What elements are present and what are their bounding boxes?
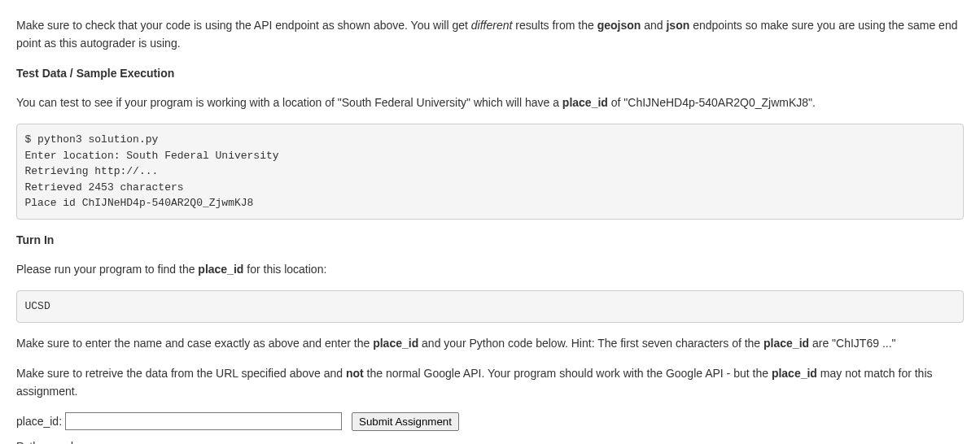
hint-paragraph: Make sure to enter the name and case exa… — [16, 334, 964, 352]
submit-button[interactable]: Submit Assignment — [352, 412, 459, 431]
note-paragraph: Make sure to retreive the data from the … — [16, 364, 964, 401]
note-text-2: the normal Google API. Your program shou… — [364, 367, 772, 380]
hint-placeid-1: place_id — [373, 337, 418, 350]
note-text-1: Make sure to retreive the data from the … — [16, 367, 346, 380]
intro-different: different — [471, 19, 513, 32]
hint-placeid-2: place_id — [763, 337, 809, 350]
hint-text-1: Make sure to enter the name and case exa… — [16, 337, 373, 350]
intro-paragraph: Make sure to check that your code is usi… — [16, 16, 964, 53]
note-not: not — [346, 367, 364, 380]
note-placeid: place_id — [772, 367, 817, 380]
test-intro-2: of "ChIJNeHD4p-540AR2Q0_ZjwmKJ8". — [608, 96, 816, 109]
python-code-label: Python code: — [16, 437, 83, 444]
intro-geojson: geojson — [597, 19, 641, 32]
sample-output-block: $ python3 solution.py Enter location: So… — [16, 124, 964, 220]
hint-text-2: and your Python code below. Hint: The fi… — [418, 337, 763, 350]
turnin-placeid: place_id — [198, 263, 243, 276]
python-code-row: Python code: — [16, 437, 964, 444]
turn-in-intro: Please run your program to find the plac… — [16, 260, 964, 278]
test-data-heading: Test Data / Sample Execution — [16, 64, 964, 82]
hint-text-3: are "ChIJT69 ..." — [809, 337, 895, 350]
intro-json: json — [666, 19, 689, 32]
turnin-text-2: for this location: — [243, 263, 326, 276]
test-intro-placeid: place_id — [562, 96, 608, 109]
place-id-row: place_id: Submit Assignment — [16, 412, 964, 431]
turn-in-heading: Turn In — [16, 231, 964, 249]
test-intro-1: You can test to see if your program is w… — [16, 96, 562, 109]
test-intro-paragraph: You can test to see if your program is w… — [16, 94, 964, 111]
intro-text-3: and — [641, 19, 666, 32]
location-box: UCSD — [16, 290, 964, 324]
place-id-label: place_id: — [16, 412, 62, 430]
intro-text-2: results from the — [512, 19, 597, 32]
place-id-input[interactable] — [65, 412, 342, 430]
intro-text-1: Make sure to check that your code is usi… — [16, 19, 471, 32]
turnin-text-1: Please run your program to find the — [16, 263, 198, 276]
